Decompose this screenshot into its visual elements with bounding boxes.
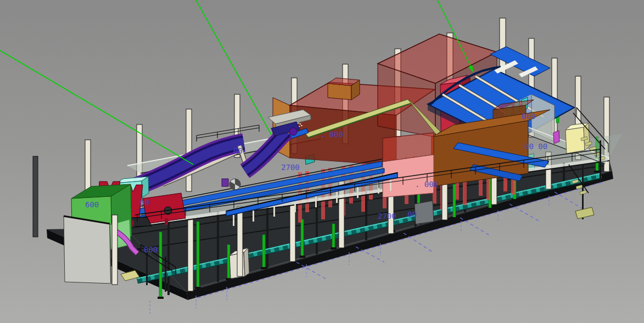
model-canvas[interactable]: 600 00 000 00 2700 . 000 2700 00 . 000 0… <box>0 0 644 323</box>
dimension-label[interactable]: 00 <box>140 198 149 207</box>
dimension-label[interactable]: 2700 <box>378 212 396 220</box>
dimension-label[interactable]: 000 <box>144 245 158 254</box>
dimension-label[interactable]: 00 <box>233 146 243 155</box>
dimension-label[interactable]: 600 <box>85 200 99 209</box>
dimension-label[interactable]: 00 <box>407 210 417 219</box>
dimension-label[interactable]: 00 00 <box>524 142 547 151</box>
dimension-label[interactable]: . 000 <box>415 180 438 189</box>
dimension-label[interactable]: 2700 <box>281 163 300 172</box>
cad-viewport[interactable]: 600 00 000 00 2700 . 000 2700 00 . 000 0… <box>0 0 644 323</box>
wall-panel[interactable] <box>64 216 111 284</box>
structural-column[interactable] <box>112 215 117 285</box>
sphere-valve[interactable] <box>222 179 240 190</box>
construction-line[interactable] <box>0 50 193 165</box>
magenta-box <box>553 131 559 144</box>
construction-line[interactable] <box>196 0 272 135</box>
dimension-label[interactable]: 000 <box>522 112 535 121</box>
dimension-label[interactable]: . 000 <box>320 130 343 139</box>
